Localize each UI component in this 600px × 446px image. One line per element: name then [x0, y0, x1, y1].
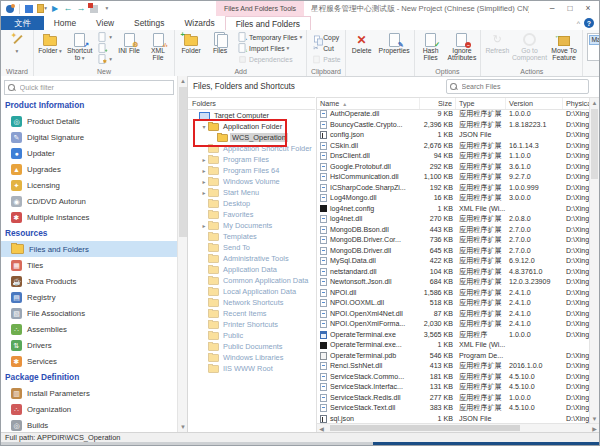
sidebar-item-upgrades[interactable]: ▲Upgrades [1, 161, 177, 177]
file-row[interactable]: HslCommunication.dll1,100 KB应用程序扩展9.2.7.… [317, 172, 590, 183]
tree-item-windows-volume[interactable]: ▸Windows Volume [188, 176, 315, 187]
tree-item-public[interactable]: Public [188, 330, 315, 341]
tree-item-desktop[interactable]: Desktop [188, 198, 315, 209]
tree-item-iis-www-root[interactable]: IIS WWW Root [188, 363, 315, 374]
file-row[interactable]: NPOI.OpenXmlForma...2,030 KB应用程序扩展2.4.1.… [317, 319, 590, 330]
scroll-thumb[interactable] [330, 425, 520, 431]
file-row[interactable]: OperateTerminal.exe3,565 KB应用程序1.0.0.0D:… [317, 330, 590, 341]
tree-item-program-files-64[interactable]: ▸Program Files 64 [188, 165, 315, 176]
tree-item-application-folder[interactable]: ▾Application Folder [188, 121, 315, 132]
chevron-right-icon[interactable]: ▸ [200, 189, 208, 196]
ribbon-button-new-special[interactable]: ✱▾ [95, 54, 114, 64]
back-icon[interactable]: ← [63, 4, 73, 14]
quick-filter-input[interactable] [18, 82, 170, 93]
file-row[interactable]: MongoDB.Driver.Cor...736 KB应用程序扩展2.7.0.0… [317, 235, 590, 246]
chevron-down-icon[interactable]: ▾ [200, 123, 208, 130]
file-row[interactable]: CSkin.dll2,676 KB应用程序扩展16.1.14.3D:\Xingc… [317, 141, 590, 152]
sidebar-item-builds[interactable]: ◎Builds [1, 417, 177, 432]
tree-item-printer-shortcuts[interactable]: Printer Shortcuts [188, 319, 315, 330]
ribbon-button-import-files[interactable]: ↓Import Files▾ [235, 43, 304, 53]
save-icon[interactable] [24, 4, 34, 14]
file-row[interactable]: Log4Mongo.dll16 KB应用程序扩展3.0.0.0D:\XingcO… [317, 193, 590, 204]
sidebar-item-updater[interactable]: ●Updater [1, 145, 177, 161]
tree-item-program-files[interactable]: ▸Program Files [188, 154, 315, 165]
sidebar-item-cd-dvd-autorun[interactable]: ◉CD/DVD Autorun [1, 193, 177, 209]
scroll-right-icon[interactable]: ▶ [590, 425, 599, 432]
file-row[interactable]: Newtonsoft.Json.dll684 KB应用程序扩展12.0.3.23… [317, 277, 590, 288]
ribbon-button-folder[interactable]: +Folder [177, 31, 205, 55]
sidebar-scroll-thumb[interactable] [179, 87, 187, 237]
ribbon-button-new-doc[interactable]: + [95, 43, 114, 53]
column-header-size[interactable]: Size [420, 98, 456, 109]
qat-customize-icon[interactable]: ▾ [102, 4, 112, 14]
sidebar-item-registry[interactable]: ▤Registry [1, 289, 177, 305]
app-icon[interactable] [5, 4, 15, 14]
file-row[interactable]: netstandard.dll104 KB应用程序扩展4.8.3761.0D:\… [317, 267, 590, 278]
file-row[interactable]: NPOI.OOXML.dll518 KB应用程序扩展2.4.1.0D:\Xing… [317, 298, 590, 309]
tree-item-common-application-data[interactable]: Common Application Data [188, 275, 315, 286]
ribbon-button-delete[interactable]: ✕Delete [348, 31, 376, 55]
ribbon-button-move-to-feature[interactable]: ←Move To Feature [548, 31, 581, 62]
file-row[interactable]: ServiceStack.Commo...181 KB应用程序扩展4.5.10.… [317, 372, 590, 383]
minimize-button[interactable]: – [543, 1, 561, 15]
file-row[interactable]: Renci.SshNet.dll413 KB应用程序扩展2016.1.0.0D:… [317, 361, 590, 372]
ribbon-button-shortcut-to[interactable]: ↗Shortcut to ▾ [65, 31, 94, 63]
file-row[interactable]: log4net.dll270 KB应用程序扩展2.0.8.0D:\XingcOp… [317, 214, 590, 225]
sidebar-item-java-products[interactable]: ☕Java Products [1, 273, 177, 289]
file-row[interactable]: ServiceStack.Interfac...131 KB应用程序扩展4.5.… [317, 382, 590, 393]
tree-item-target-computer[interactable]: Target Computer [188, 110, 315, 121]
maximize-button[interactable]: □ [561, 1, 579, 15]
help-icon[interactable]: ? [584, 18, 594, 28]
column-header-name[interactable]: Name▲ [317, 98, 420, 109]
file-row[interactable]: BouncyCastle.Crypto...2,396 KB应用程序扩展1.8.… [317, 120, 590, 131]
file-row[interactable]: NPOI.dll1,586 KB应用程序扩展2.4.1.0D:\XingcOpe [317, 288, 590, 299]
folders-column-header[interactable]: Folders [188, 98, 315, 110]
feature-selected-item[interactable]: MainFeature [589, 35, 599, 45]
tree-item-public-documents[interactable]: Public Documents [188, 341, 315, 352]
file-row[interactable]: MongoDB.Driver.dll645 KB应用程序扩展2.7.0.0D:\… [317, 246, 590, 257]
close-button[interactable]: × [579, 1, 597, 15]
file-row[interactable]: log4net.config1 KBXML File (Wi...D:\Xing… [317, 204, 590, 215]
tree-item-recent-items[interactable]: Recent Items [188, 308, 315, 319]
tree-item-network-shortcuts[interactable]: Network Shortcuts [188, 297, 315, 308]
tree-item-local-application-data[interactable]: Local Application Data [188, 286, 315, 297]
sidebar-item-tiles[interactable]: ▦Tiles [1, 257, 177, 273]
file-row[interactable]: ServiceStack.Text.dll383 KB应用程序扩展4.5.10.… [317, 403, 590, 414]
quick-filter-box[interactable] [4, 80, 174, 95]
column-header-version[interactable]: Version [506, 98, 563, 109]
ribbon-button-cut[interactable]: ✂Cut [309, 43, 342, 53]
tab-文件[interactable]: 文件 [1, 16, 44, 30]
tree-item-wcs-operation[interactable]: WCS_Operation [188, 132, 315, 143]
ribbon-button-xml-file[interactable]: ‹/›XML File [144, 31, 172, 62]
file-row[interactable]: config.json1 KBJSON FileD:\XingcOpe [317, 130, 590, 141]
file-row[interactable]: Google.Protobuf.dll292 KB应用程序扩展3.6.1.0D:… [317, 162, 590, 173]
tab-view[interactable]: View [86, 16, 124, 30]
sidebar-item-files-and-folders[interactable]: Files and Folders [1, 241, 177, 257]
tab-home[interactable]: Home [44, 16, 86, 30]
feature-box[interactable]: MainFeature▴▾≡ [585, 31, 599, 67]
tree-item-administrative-tools[interactable]: Administrative Tools [188, 253, 315, 264]
tree-item-my-documents[interactable]: ▸My Documents [188, 220, 315, 231]
column-header-type[interactable]: Type [456, 98, 506, 109]
chevron-right-icon[interactable]: ▸ [200, 222, 208, 229]
tree-item-start-menu[interactable]: ▸Start Menu [188, 187, 315, 198]
sidebar-item-services[interactable]: ✱Services [1, 353, 177, 369]
tree-item-application-data[interactable]: Application Data [188, 264, 315, 275]
ribbon-button-ignore-attributes[interactable]: −Ignore Attributes [446, 31, 479, 62]
file-row[interactable]: ICSharpCode.SharpZi...192 KB应用程序扩展1.0.0.… [317, 183, 590, 194]
tab-files-and-folders[interactable]: Files and Folders [225, 16, 311, 30]
ribbon-button-copy[interactable]: Copy [309, 32, 342, 42]
sidebar-item-install-parameters[interactable]: ▥Install Parameters [1, 385, 177, 401]
sidebar-item-multiple-instances[interactable]: ✱Multiple Instances [1, 209, 177, 225]
ribbon-button-temporary-files[interactable]: ◔Temporary Files▾ [235, 32, 304, 42]
file-row[interactable]: OperateTerminal.pdb546 KBProgram De...D:… [317, 351, 590, 362]
tab-settings[interactable]: Settings [124, 16, 174, 30]
sidebar-item-organization[interactable]: ∴Organization [1, 401, 177, 417]
ribbon-button-folder[interactable]: Folder ▾ [36, 31, 64, 56]
sidebar-item-licensing[interactable]: ✦Licensing [1, 177, 177, 193]
file-row[interactable]: MySql.Data.dll422 KB应用程序扩展6.9.12.0D:\Xin… [317, 256, 590, 267]
scroll-left-icon[interactable]: ◀ [317, 425, 326, 432]
sidebar-item-drivers[interactable]: ⇅Drivers [1, 337, 177, 353]
tab-wizards[interactable]: Wizards [174, 16, 224, 30]
tree-item-templates[interactable]: Templates [188, 231, 315, 242]
